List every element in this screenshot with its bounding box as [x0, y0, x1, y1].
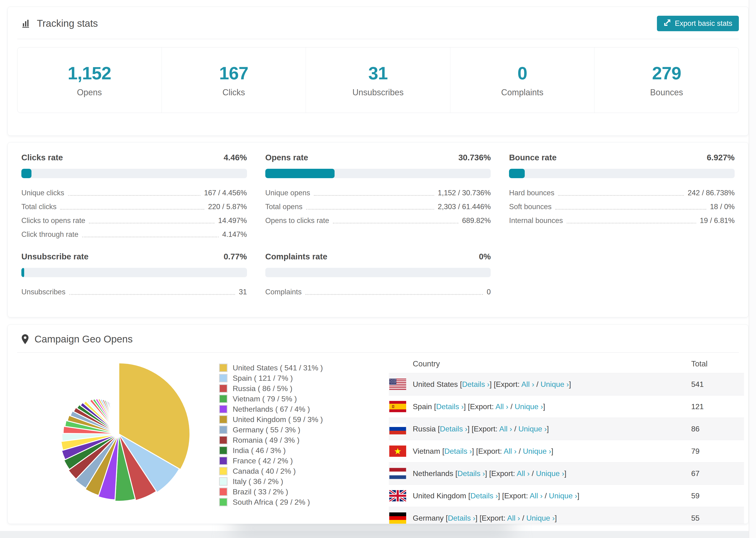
rate-row-label: Hard bounces: [509, 189, 554, 198]
ru-flag-icon: [389, 423, 406, 435]
legend-label: United Kingdom ( 59 / 3% ): [233, 415, 323, 424]
export-unique-link[interactable]: Unique ›: [526, 514, 555, 522]
stat-value: 0: [517, 63, 527, 83]
export-all-link[interactable]: All ›: [507, 514, 520, 522]
vn-flag-icon: [389, 446, 406, 457]
header-divider: [17, 39, 739, 39]
export-unique-link[interactable]: Unique ›: [540, 380, 569, 389]
page-title: Tracking stats: [37, 18, 98, 29]
export-all-link[interactable]: All ›: [517, 469, 530, 478]
details-link[interactable]: Details ›: [436, 402, 464, 411]
nl-flag-icon: [389, 468, 406, 479]
legend-item: France ( 42 / 2% ): [219, 456, 323, 466]
rate-row: Hard bounces242 / 86.738%: [509, 185, 735, 198]
rate-block-bounce-rate: Bounce rate6.927%Hard bounces242 / 86.73…: [509, 153, 735, 240]
rate-row-label: Unique clicks: [21, 189, 64, 198]
stat-value: 1,152: [68, 63, 111, 83]
bracket: [: [458, 380, 462, 389]
us-flag-icon: [389, 379, 406, 390]
rates-card: Clicks rate4.46%Unique clicks167 / 4.456…: [8, 142, 748, 317]
rate-row-value: 167 / 4.456%: [204, 189, 247, 198]
rates-grid: Clicks rate4.46%Unique clicks167 / 4.456…: [8, 142, 748, 297]
geo-section-title: Campaign Geo Opens: [34, 334, 133, 345]
rate-row: Complaints0: [265, 284, 491, 297]
legend-label: Netherlands ( 67 / 4% ): [233, 405, 310, 413]
progress-bar-fill: [21, 268, 24, 277]
dotted-leader: [555, 209, 706, 210]
country-cell: United Kingdom [Details ›] [Export: All …: [406, 492, 691, 500]
export-all-link[interactable]: All ›: [530, 492, 543, 500]
bracket: [: [466, 492, 470, 500]
slash: /: [512, 425, 518, 433]
geo-table: Country Total United States [Details ›] …: [389, 355, 744, 524]
export-button-label: Export basic stats: [675, 19, 732, 28]
rate-row-label: Unsubscribes: [21, 288, 66, 297]
export-unique-link[interactable]: Unique ›: [518, 425, 547, 433]
export-all-link[interactable]: All ›: [504, 447, 516, 456]
slash: /: [530, 469, 536, 478]
progress-bar-track: [509, 169, 735, 178]
total-cell: 67: [691, 469, 744, 478]
rate-title: Unsubscribe rate: [21, 252, 88, 261]
legend-label: Vietnam ( 79 / 5% ): [233, 395, 297, 403]
column-header-total: Total: [691, 359, 744, 368]
rate-block-opens-rate: Opens rate30.736%Unique opens1,152 / 30.…: [265, 153, 491, 240]
export-all-link[interactable]: All ›: [521, 380, 534, 389]
details-link[interactable]: Details ›: [462, 380, 490, 389]
details-link[interactable]: Details ›: [458, 469, 485, 478]
slash: /: [508, 402, 514, 411]
rate-percent: 4.46%: [224, 153, 247, 162]
legend-item: Italy ( 36 / 2% ): [219, 476, 323, 487]
rate-row-label: Total opens: [265, 202, 303, 212]
geo-header-divider: [17, 352, 739, 353]
legend-color-swatch: [219, 488, 228, 496]
export-prefix: ] [Export:: [472, 447, 504, 456]
legend-item: Romania ( 49 / 3% ): [219, 435, 323, 445]
total-cell: 541: [691, 380, 744, 389]
rate-title: Complaints rate: [265, 252, 328, 261]
tracking-stats-title-wrap: Tracking stats: [21, 18, 98, 29]
table-row-gb: United Kingdom [Details ›] [Export: All …: [389, 484, 744, 507]
export-prefix: ] [Export:: [464, 402, 495, 411]
rate-block-complaints-rate: Complaints rate0%Complaints0: [265, 252, 491, 297]
legend-label: South Africa ( 29 / 2% ): [233, 498, 310, 507]
export-unique-link[interactable]: Unique ›: [514, 402, 543, 411]
export-unique-link[interactable]: Unique ›: [536, 469, 565, 478]
geo-table-header: Country Total: [389, 355, 744, 373]
export-unique-link[interactable]: Unique ›: [523, 447, 551, 456]
legend-label: United States ( 541 / 31% ): [233, 364, 323, 372]
details-link[interactable]: Details ›: [448, 514, 475, 522]
legend-label: Russia ( 86 / 5% ): [233, 384, 292, 393]
export-all-link[interactable]: All ›: [495, 402, 508, 411]
rate-row: Soft bounces18 / 0%: [509, 198, 735, 212]
total-cell: 59: [691, 492, 744, 500]
rate-row-label: Soft bounces: [509, 202, 552, 212]
table-row-es: Spain [Details ›] [Export: All › / Uniqu…: [389, 395, 744, 418]
export-basic-stats-button[interactable]: Export basic stats: [657, 16, 739, 31]
vertical-scrollbar[interactable]: [749, 0, 756, 538]
rate-row-label: Click through rate: [21, 230, 79, 240]
stat-box-bounces: 279Bounces: [594, 47, 739, 113]
country-cell: Vietnam [Details ›] [Export: All › / Uni…: [406, 447, 691, 456]
export-unique-link[interactable]: Unique ›: [549, 492, 577, 500]
legend-item: Germany ( 55 / 3% ): [219, 425, 323, 435]
country-cell: Germany [Details ›] [Export: All › / Uni…: [406, 514, 691, 522]
legend-item: United States ( 541 / 31% ): [219, 363, 323, 373]
details-link[interactable]: Details ›: [440, 425, 467, 433]
details-link[interactable]: Details ›: [445, 447, 472, 456]
rate-row-value: 0: [487, 288, 491, 297]
rate-row: Unique clicks167 / 4.456%: [21, 185, 247, 198]
details-link[interactable]: Details ›: [470, 492, 498, 500]
tracking-stats-header: Tracking stats Export basic stats: [8, 7, 748, 39]
dotted-leader: [558, 195, 684, 196]
stat-value: 31: [368, 63, 388, 83]
geo-table-body: United States [Details ›] [Export: All ›…: [389, 373, 744, 524]
export-prefix: ] [Export:: [485, 469, 517, 478]
stat-label: Opens: [77, 87, 102, 97]
export-all-link[interactable]: All ›: [499, 425, 512, 433]
dotted-leader: [69, 294, 235, 295]
slash: /: [516, 447, 523, 456]
stat-box-clicks: 167Clicks: [162, 47, 306, 113]
rate-row-label: Total clicks: [21, 202, 57, 212]
country-name: United Kingdom: [413, 492, 466, 500]
